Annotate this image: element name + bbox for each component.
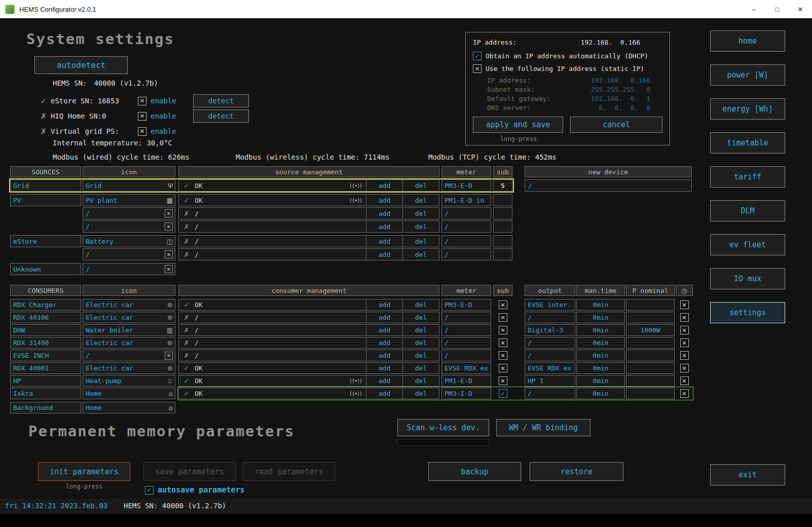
- manual-time-cell[interactable]: 0min: [576, 337, 625, 349]
- minimize-button[interactable]: –: [742, 0, 765, 18]
- add-button[interactable]: add: [366, 337, 402, 348]
- add-button[interactable]: add: [366, 363, 402, 373]
- manual-time-cell[interactable]: 0min: [576, 299, 625, 311]
- source-icon-cell[interactable]: Grid Ψ: [83, 179, 175, 192]
- p-nominal-cell[interactable]: [626, 350, 675, 361]
- add-button[interactable]: add: [366, 195, 402, 206]
- del-button[interactable]: del: [402, 325, 439, 335]
- del-button[interactable]: del: [402, 221, 439, 232]
- meter-cell[interactable]: PM3-I-D: [441, 388, 491, 399]
- add-button[interactable]: add: [366, 312, 402, 323]
- sidebar-button[interactable]: home: [710, 30, 785, 52]
- output-cell[interactable]: /: [525, 388, 575, 399]
- sidebar-button[interactable]: IO mux: [710, 268, 785, 289]
- source-icon-cell[interactable]: / ✕: [83, 248, 175, 260]
- consumer-icon-cell[interactable]: Electric car ⊜: [83, 337, 175, 349]
- sub-cell[interactable]: 5: [493, 179, 512, 192]
- remove-icon[interactable]: ✕: [165, 265, 173, 273]
- enable-checkbox[interactable]: [138, 127, 146, 136]
- sub-checkbox[interactable]: [499, 326, 507, 334]
- meter-cell[interactable]: EVSE RDX ex: [441, 362, 491, 374]
- add-button[interactable]: add: [366, 249, 402, 260]
- manual-time-cell[interactable]: 0min: [576, 312, 625, 323]
- consumer-name-cell[interactable]: RDX 40001: [10, 362, 81, 374]
- meter-cell[interactable]: PM1-E-D: [441, 375, 491, 387]
- consumer-icon-cell[interactable]: Home ⌂: [83, 402, 175, 413]
- sub-cell[interactable]: [493, 235, 512, 247]
- timer-clear-checkbox[interactable]: [680, 338, 689, 347]
- cancel-button[interactable]: cancel: [570, 117, 662, 133]
- manual-time-cell[interactable]: 0min: [576, 388, 625, 399]
- p-nominal-cell[interactable]: 1000W: [626, 324, 675, 336]
- sub-checkbox[interactable]: [499, 300, 507, 309]
- sidebar-button[interactable]: timetable: [710, 132, 785, 154]
- source-icon-cell[interactable]: / ✕: [83, 220, 175, 233]
- source-name-cell[interactable]: Unknown: [10, 263, 81, 275]
- autosave-checkbox[interactable]: [145, 486, 154, 495]
- timer-clear-checkbox[interactable]: [680, 326, 689, 334]
- manual-time-cell[interactable]: 0min: [576, 375, 625, 387]
- backup-button[interactable]: backup: [428, 462, 521, 481]
- consumer-name-cell[interactable]: RDX Charger: [10, 299, 81, 311]
- p-nominal-cell[interactable]: [626, 312, 675, 323]
- consumer-icon-cell[interactable]: Electric car ⊜: [83, 312, 175, 323]
- source-icon-cell[interactable]: / ✕: [83, 263, 175, 275]
- manual-time-cell[interactable]: 0min: [576, 362, 625, 374]
- sub-checkbox[interactable]: [499, 364, 507, 372]
- static-ip-checkbox[interactable]: [473, 64, 482, 73]
- consumer-icon-cell[interactable]: Electric car ⊜: [83, 362, 175, 374]
- del-button[interactable]: del: [402, 363, 439, 373]
- del-button[interactable]: del: [402, 195, 439, 206]
- sub-cell[interactable]: [493, 248, 512, 260]
- del-button[interactable]: del: [402, 350, 439, 361]
- detect-button[interactable]: detect: [193, 109, 249, 123]
- remove-icon[interactable]: ✕: [165, 250, 173, 258]
- del-button[interactable]: del: [402, 208, 439, 219]
- meter-cell[interactable]: /: [441, 337, 491, 349]
- meter-cell[interactable]: /: [441, 220, 491, 233]
- add-button[interactable]: add: [366, 236, 402, 247]
- sidebar-button[interactable]: energy [Wh]: [710, 98, 785, 120]
- remove-icon[interactable]: ✕: [165, 222, 173, 231]
- source-icon-cell[interactable]: PV plant ▦: [83, 194, 175, 206]
- meter-cell[interactable]: /: [441, 248, 491, 260]
- sidebar-button[interactable]: power [W]: [710, 64, 785, 86]
- source-name-cell[interactable]: PV: [10, 194, 81, 206]
- sub-checkbox[interactable]: [499, 351, 507, 360]
- restore-button[interactable]: restore: [530, 462, 623, 481]
- consumer-name-cell[interactable]: RDX 31490: [10, 337, 81, 349]
- add-button[interactable]: add: [366, 299, 402, 310]
- p-nominal-cell[interactable]: [626, 299, 675, 311]
- timer-clear-checkbox[interactable]: [680, 364, 689, 372]
- sub-checkbox[interactable]: [499, 377, 507, 385]
- exit-button[interactable]: exit: [710, 464, 785, 485]
- del-button[interactable]: del: [402, 249, 439, 260]
- sub-checkbox[interactable]: [499, 313, 507, 322]
- close-button[interactable]: ✕: [789, 0, 812, 18]
- manual-time-cell[interactable]: 0min: [576, 324, 625, 336]
- sidebar-button[interactable]: DLM: [710, 200, 785, 221]
- meter-cell[interactable]: /: [441, 207, 491, 219]
- timer-clear-checkbox[interactable]: [680, 313, 689, 322]
- save-parameters-button[interactable]: save parameters: [143, 462, 236, 481]
- del-button[interactable]: del: [402, 299, 439, 310]
- autodetect-button[interactable]: autodetect: [34, 56, 128, 74]
- add-button[interactable]: add: [366, 325, 402, 335]
- sub-checkbox[interactable]: [499, 338, 507, 347]
- timer-clear-checkbox[interactable]: [680, 351, 689, 360]
- consumer-icon-cell[interactable]: Home ⌂: [83, 388, 175, 399]
- sidebar-button[interactable]: ev fleet: [710, 234, 785, 255]
- output-cell[interactable]: /: [525, 312, 575, 323]
- add-button[interactable]: add: [366, 388, 402, 399]
- source-name-cell[interactable]: eStore: [10, 235, 81, 247]
- output-cell[interactable]: EVSE inter.: [525, 299, 575, 311]
- output-cell[interactable]: /: [525, 337, 575, 349]
- consumer-icon-cell[interactable]: Electric car ⊜: [83, 299, 175, 311]
- consumer-name-cell[interactable]: EVSE INCH: [10, 350, 81, 361]
- del-button[interactable]: del: [402, 236, 439, 247]
- p-nominal-cell[interactable]: [626, 388, 675, 399]
- del-button[interactable]: del: [402, 312, 439, 323]
- sub-cell[interactable]: [493, 207, 512, 219]
- enable-checkbox[interactable]: [138, 97, 146, 105]
- consumer-name-cell[interactable]: DHW: [10, 324, 81, 336]
